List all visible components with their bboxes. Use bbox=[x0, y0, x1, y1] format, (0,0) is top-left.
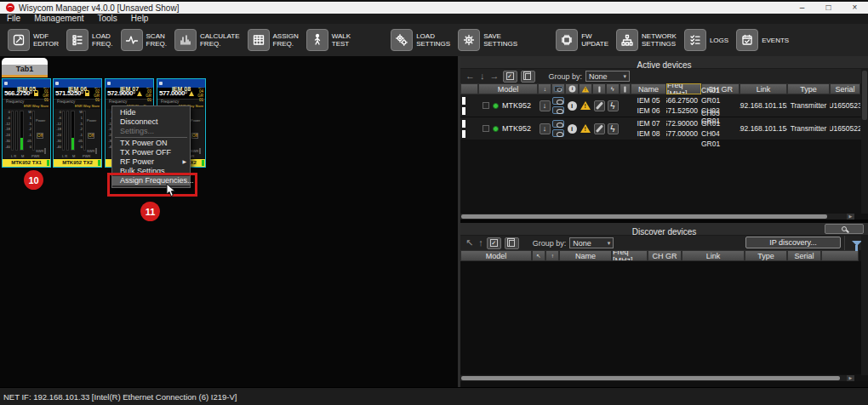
download-button[interactable]: ↓ bbox=[540, 100, 551, 111]
discover-devices-vscrollbar[interactable] bbox=[861, 236, 868, 375]
col-link[interactable]: Link bbox=[682, 250, 745, 261]
menu-item-disconnect[interactable]: Disconnect bbox=[112, 117, 190, 127]
group-by-select[interactable]: None▾ bbox=[569, 237, 614, 248]
network-settings-button[interactable]: NETWORK SETTINGS bbox=[616, 29, 677, 51]
col-up-icon[interactable]: ↑ bbox=[545, 250, 559, 261]
group-by-label: Group by: bbox=[549, 72, 583, 81]
col-upleft-icon[interactable]: ↖ bbox=[532, 250, 545, 261]
col-type[interactable]: Type bbox=[745, 250, 787, 261]
group-by-select[interactable]: None▾ bbox=[585, 71, 630, 82]
maximize-button[interactable]: □ bbox=[815, 2, 842, 14]
device-row-mtk952-1[interactable]: MTK952 ↓ i ϟ IEM 05IEM 06 566.27500571.5… bbox=[460, 94, 868, 117]
load-settings-button[interactable]: LOAD SETTINGS bbox=[391, 29, 450, 51]
eye-button[interactable] bbox=[552, 120, 564, 128]
eye-button[interactable] bbox=[552, 106, 564, 114]
move-up-icon[interactable]: ↑ bbox=[478, 236, 483, 250]
move-upleft-icon[interactable]: ↖ bbox=[465, 236, 473, 250]
col-serial[interactable]: Serial bbox=[787, 250, 821, 261]
col-download-icon[interactable]: ↓ bbox=[538, 83, 551, 94]
scroll-right-icon[interactable]: ▶ bbox=[847, 214, 854, 220]
col-eye-icon[interactable] bbox=[551, 83, 565, 94]
menu-item-tx-power-on[interactable]: TX Power ON bbox=[112, 139, 190, 148]
warning-icon[interactable] bbox=[580, 101, 591, 110]
discover-devices-hscrollbar[interactable]: ▶ bbox=[460, 375, 854, 381]
menu-management[interactable]: Management bbox=[27, 14, 90, 24]
active-devices-vscrollbar[interactable] bbox=[861, 69, 868, 214]
menu-file[interactable]: File bbox=[0, 14, 27, 24]
info-icon[interactable]: i bbox=[568, 101, 577, 111]
menu-item-hide[interactable]: Hide bbox=[112, 108, 190, 117]
search-button[interactable] bbox=[825, 224, 864, 234]
col-info-icon[interactable]: i bbox=[565, 83, 579, 94]
discover-devices-empty-body bbox=[460, 261, 868, 374]
back-arrow-icon[interactable]: ← bbox=[465, 69, 475, 83]
channel-freq: 566.27500 bbox=[666, 95, 698, 106]
col-indicator[interactable] bbox=[460, 83, 478, 94]
logs-button[interactable]: LOGS bbox=[684, 29, 728, 51]
row-checkbox[interactable] bbox=[483, 125, 489, 132]
tile-link-icon bbox=[4, 82, 8, 85]
device-tile-iem05[interactable]: IEM 05 566.27500 CH 01 GR 01 Frequency E… bbox=[2, 78, 51, 168]
close-button[interactable]: × bbox=[842, 2, 868, 14]
col-name[interactable]: Name bbox=[631, 83, 666, 94]
info-icon[interactable]: i bbox=[568, 124, 577, 134]
bar-chart-icon bbox=[174, 29, 197, 51]
assign-freq-button[interactable]: ASSIGN FREQ. bbox=[248, 29, 299, 51]
calculate-freq-button[interactable]: CALCULATE FREQ. bbox=[174, 29, 240, 51]
edit-button[interactable] bbox=[594, 100, 605, 111]
menu-tools[interactable]: Tools bbox=[91, 14, 124, 24]
load-freq-button[interactable]: LOAD FREQ. bbox=[66, 29, 112, 51]
col-serial[interactable]: Serial bbox=[830, 83, 860, 94]
duplicate-view-button[interactable] bbox=[505, 237, 519, 249]
device-row-mtk952-2[interactable]: MTK952 ↓ i ϟ IEM 07IEM 08 572.90000577.0… bbox=[460, 117, 868, 140]
col-freq[interactable]: Freq [MHz] bbox=[612, 250, 648, 261]
warning-icon[interactable] bbox=[580, 124, 591, 133]
device-tile-iem06[interactable]: IEM 06 571.52500 CH 02 GR 01 Frequency E… bbox=[53, 78, 102, 168]
edit-button[interactable] bbox=[594, 123, 605, 134]
download-button[interactable]: ↓ bbox=[540, 123, 551, 134]
col-edit2-icon[interactable] bbox=[620, 83, 631, 94]
col-type[interactable]: Type bbox=[787, 83, 830, 94]
select-all-button[interactable]: ✓ bbox=[487, 237, 501, 249]
col-name[interactable]: Name bbox=[559, 250, 612, 261]
row-checkbox[interactable] bbox=[483, 102, 489, 109]
forward-arrow-icon[interactable]: → bbox=[490, 69, 500, 83]
walk-test-button[interactable]: WALK TEST bbox=[306, 29, 351, 51]
col-sync-icon[interactable]: ϟ bbox=[606, 83, 620, 94]
fw-update-button[interactable]: FW UPDATE bbox=[556, 29, 608, 51]
row-indicator bbox=[460, 120, 478, 138]
device-ip: 192.168.101.154 bbox=[740, 124, 787, 133]
col-model[interactable]: Model bbox=[478, 83, 538, 94]
copy-icon bbox=[509, 240, 515, 247]
menu-help[interactable]: Help bbox=[124, 14, 156, 24]
model-name: MTK952 bbox=[502, 124, 531, 133]
wdf-editor-button[interactable]: WDF EDITOR bbox=[8, 29, 59, 51]
events-button[interactable]: EVENTS bbox=[736, 29, 789, 51]
filter-funnel-icon[interactable] bbox=[852, 241, 862, 246]
tab-tab1[interactable]: Tab1 bbox=[2, 58, 48, 77]
scan-freq-button[interactable]: SCAN FREQ. bbox=[121, 29, 167, 51]
save-settings-button[interactable]: SAVE SETTINGS bbox=[458, 29, 517, 51]
duplicate-view-button[interactable] bbox=[521, 71, 535, 83]
sync-button[interactable]: ϟ bbox=[608, 100, 619, 111]
eye-button[interactable] bbox=[552, 97, 564, 105]
active-devices-rows: MTK952 ↓ i ϟ IEM 05IEM 06 566.27500571.5… bbox=[460, 94, 868, 140]
col-model[interactable]: Model bbox=[460, 250, 532, 261]
db-scale: 0 -6 -12 -18 -24 -30 -40 bbox=[3, 109, 10, 158]
minimize-button[interactable]: – bbox=[789, 2, 815, 14]
sync-button[interactable]: ϟ bbox=[608, 123, 619, 134]
col-edit-icon[interactable] bbox=[592, 83, 606, 94]
active-devices-hscrollbar[interactable]: ▶ bbox=[460, 214, 854, 220]
scroll-right-icon[interactable]: ▶ bbox=[847, 375, 854, 381]
device-serial: U1650522 bbox=[830, 124, 860, 133]
col-chgr[interactable]: CH GR bbox=[648, 250, 682, 261]
col-link[interactable]: Link bbox=[740, 83, 787, 94]
menu-item-tx-power-off[interactable]: TX Power OFF bbox=[112, 148, 190, 157]
menu-item-rf-power[interactable]: RF Power▶ bbox=[112, 157, 190, 167]
ip-discovery-button[interactable]: IP discovery... bbox=[745, 237, 841, 248]
select-all-button[interactable]: ✓ bbox=[503, 71, 517, 83]
eye-button[interactable] bbox=[552, 129, 564, 137]
down-arrow-icon[interactable]: ↓ bbox=[480, 69, 485, 83]
col-freq[interactable]: Freq [MHz] bbox=[666, 83, 701, 94]
col-warning-icon[interactable] bbox=[579, 83, 592, 94]
